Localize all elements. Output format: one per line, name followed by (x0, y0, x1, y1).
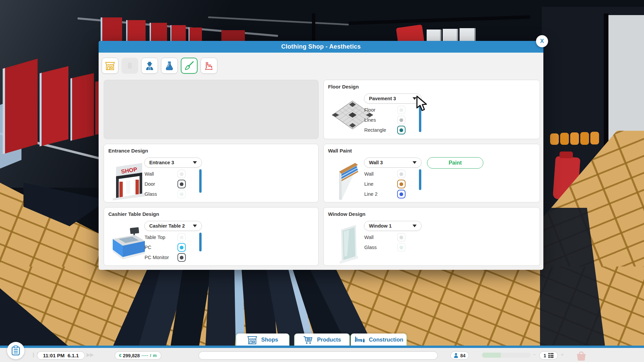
design-option-row: Table Top (145, 232, 187, 242)
dropdown-value: Window 1 (369, 223, 413, 229)
cashier-preview-image (110, 225, 148, 260)
design-option-row: Line 2 (364, 189, 407, 199)
news-ticker-bar[interactable] (199, 351, 438, 360)
dropdown-value: Pavement 3 (369, 96, 413, 101)
option-color-swatch[interactable] (397, 180, 406, 188)
panel-scrollbar[interactable] (199, 233, 202, 251)
option-label: Table Top (145, 235, 165, 240)
design-option-row: PC (145, 242, 187, 252)
clipboard-icon (11, 346, 20, 356)
entrance-design-panel: Entrance Design SHOP Entrance 3 Wall Doo… (104, 144, 319, 202)
time-display[interactable]: 11:01 PM 6.1.1 (37, 351, 85, 360)
option-label: Floor (364, 107, 375, 113)
tab-products[interactable]: Products (294, 334, 350, 346)
fast-forward-icon[interactable]: ▶▶ (87, 352, 94, 357)
option-label: Wall (364, 171, 374, 177)
preview-placeholder-panel (104, 80, 319, 139)
window-preview-image (336, 224, 361, 264)
option-label: PC (145, 245, 151, 250)
chevron-down-icon (413, 161, 417, 164)
wall-style-dropdown[interactable]: Wall 3 (364, 158, 422, 168)
shopping-bag-icon[interactable] (575, 350, 588, 361)
worker-icon (145, 61, 154, 70)
design-option-row: Wall (364, 169, 407, 179)
cashier-table-panel: Cashier Table Design Cashier Table 2 Tab… (104, 207, 319, 266)
window-style-dropdown[interactable]: Window 1 (364, 221, 422, 231)
close-button[interactable]: X (536, 35, 548, 47)
option-color-swatch[interactable] (177, 170, 186, 178)
option-label: Line (364, 181, 373, 187)
option-color-swatch[interactable] (397, 106, 406, 114)
entrance-style-dropdown[interactable]: Entrance 3 (144, 158, 202, 168)
grid-icon (548, 353, 553, 358)
entrance-options: Wall Door Glass (145, 169, 187, 199)
toolbar-button[interactable] (141, 58, 158, 74)
entrance-preview-image: SHOP (111, 161, 146, 200)
map-level-display[interactable]: 1 (539, 351, 558, 360)
toolbar-button[interactable] (102, 58, 118, 74)
zoom-out-icon[interactable]: − (533, 352, 536, 357)
option-color-swatch[interactable] (397, 126, 406, 134)
wall-preview-image (334, 160, 361, 201)
option-color-swatch[interactable] (177, 233, 186, 242)
design-option-row: PC Monitor (145, 252, 187, 262)
tab-construction[interactable]: Construction (351, 334, 407, 346)
option-color-swatch[interactable] (397, 243, 406, 252)
disabled-icon (125, 61, 135, 70)
paint-button[interactable]: Paint (427, 157, 483, 169)
toolbar-button[interactable] (161, 58, 178, 74)
panel-scrollbar[interactable] (199, 169, 202, 193)
products-tab-icon (303, 335, 313, 345)
option-label: Line 2 (364, 191, 378, 197)
option-label: Wall (145, 171, 154, 177)
toolbar-button[interactable] (181, 58, 198, 74)
chevron-down-icon (413, 225, 417, 227)
toolbar-button[interactable] (201, 58, 217, 74)
money-value: 299,828 (123, 353, 140, 358)
dialog-titlebar[interactable]: Clothing Shop - Aesthetics (99, 41, 543, 53)
floor-options: Floor Lines Rectangle (364, 105, 407, 135)
option-label: PC Monitor (145, 255, 169, 260)
dropdown-value: Entrance 3 (149, 160, 193, 165)
design-option-row: Lines (364, 115, 407, 125)
panel-title: Floor Design (328, 84, 359, 89)
option-color-swatch[interactable] (397, 233, 406, 242)
game-date: 6.1.1 (67, 353, 78, 358)
option-label: Lines (364, 117, 376, 123)
panel-scrollbar[interactable] (419, 169, 421, 190)
option-color-swatch[interactable] (177, 190, 186, 198)
shelving-icon (204, 61, 214, 70)
design-option-row: Floor (364, 105, 407, 115)
option-color-swatch[interactable] (177, 243, 186, 252)
option-color-swatch[interactable] (397, 190, 406, 198)
wall-paint-panel: Wall Paint Wall 3 Paint Wall Line Line 2 (323, 144, 540, 202)
option-label: Glass (145, 191, 157, 197)
money-display[interactable]: € 299,828 ---- / m (115, 351, 161, 360)
population-count: 84 (460, 353, 466, 358)
panel-title: Cashier Table Design (108, 211, 159, 217)
toolbar-button[interactable] (121, 58, 138, 74)
option-color-swatch[interactable] (177, 253, 186, 262)
taskbar-accent-strip (0, 346, 644, 348)
panel-title: Entrance Design (108, 148, 148, 154)
wall-paint-options: Wall Line Line 2 (364, 169, 407, 199)
design-option-row: Glass (364, 242, 407, 252)
journal-button[interactable] (7, 342, 24, 359)
option-color-swatch[interactable] (397, 170, 406, 178)
store-icon (105, 61, 115, 70)
aesthetics-dialog: Clothing Shop - Aesthetics X (99, 41, 543, 270)
option-color-swatch[interactable] (397, 116, 406, 124)
zoom-in-icon[interactable]: + (561, 352, 564, 357)
population-display[interactable]: 84 (450, 351, 469, 360)
option-label: Rectangle (364, 127, 386, 133)
cashier-style-dropdown[interactable]: Cashier Table 2 (144, 221, 202, 231)
zoom-slider[interactable] (482, 353, 531, 358)
tab-shops[interactable]: Shops (236, 334, 289, 346)
shops-tab-icon (247, 335, 257, 345)
money-rate: ---- / m (142, 353, 157, 358)
option-color-swatch[interactable] (177, 180, 186, 188)
person-icon (454, 353, 458, 358)
floor-style-dropdown[interactable]: Pavement 3 (364, 94, 422, 104)
panel-title: Wall Paint (328, 148, 352, 154)
window-design-panel: Window Design Window 1 Wall Glass (323, 207, 540, 266)
